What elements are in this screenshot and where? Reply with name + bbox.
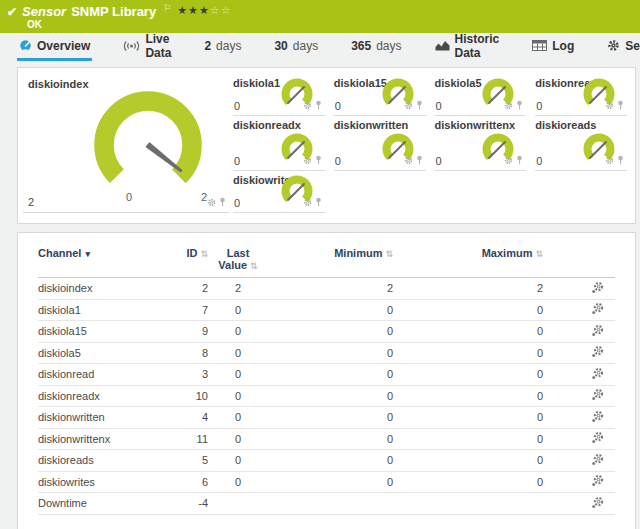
gauge-pin-icon[interactable] bbox=[617, 155, 624, 167]
channel-maximum-cell: 0 bbox=[393, 476, 543, 488]
channel-last-value-cell: 0 bbox=[208, 304, 268, 316]
tab-365-days[interactable]: 365 days bbox=[349, 33, 403, 61]
gauge-settings-gear-icon[interactable] bbox=[207, 197, 216, 209]
channel-name-cell[interactable]: diskiowrites bbox=[38, 476, 168, 488]
tab-log[interactable]: Log bbox=[530, 33, 576, 61]
table-header-row: Channel▾ ID⇅ Last Value⇅ Minimum⇅ Maximu… bbox=[38, 247, 615, 278]
channel-name-cell[interactable]: diskionreadx bbox=[38, 390, 168, 402]
channel-name-cell[interactable]: Downtime bbox=[38, 497, 168, 509]
channel-name-cell[interactable]: diskioreads bbox=[38, 454, 168, 466]
gauge-channel-name: diskionwritten bbox=[334, 119, 426, 131]
channel-settings-gear-icon[interactable] bbox=[591, 345, 605, 358]
gauge-tile-diskionreadx[interactable]: diskionreadx 0 bbox=[233, 117, 325, 171]
channel-last-value-cell: 0 bbox=[208, 325, 268, 337]
tab-historic-data[interactable]: Historic Data bbox=[433, 33, 502, 61]
channel-name-cell[interactable]: diskiola1 bbox=[38, 304, 168, 316]
gauge-settings-gear-icon[interactable] bbox=[303, 155, 312, 167]
tab-suffix: days bbox=[293, 39, 318, 53]
gauge-pin-icon[interactable] bbox=[516, 155, 523, 167]
channel-name-cell[interactable]: diskiola15 bbox=[38, 325, 168, 337]
gauge-tile-diskiola5[interactable]: diskiola5 0 bbox=[435, 75, 527, 116]
channel-id-cell: 2 bbox=[168, 282, 208, 294]
column-header-minimum[interactable]: Minimum⇅ bbox=[268, 247, 393, 272]
channel-maximum-cell: 0 bbox=[393, 454, 543, 466]
gauge-pin-icon[interactable] bbox=[617, 100, 624, 112]
channel-settings-gear-icon[interactable] bbox=[591, 474, 605, 487]
channel-last-value-cell: 0 bbox=[208, 347, 268, 359]
channel-name-cell[interactable]: diskionread bbox=[38, 368, 168, 380]
tab-2-days[interactable]: 2 days bbox=[202, 33, 243, 61]
column-header-last-value[interactable]: Last Value⇅ bbox=[208, 247, 268, 272]
gauge-tile-diskiola15[interactable]: diskiola15 0 bbox=[334, 75, 426, 116]
gauge-pin-icon[interactable] bbox=[416, 100, 423, 112]
tab-live-data[interactable]: Live Data bbox=[121, 33, 173, 61]
gauge-settings-gear-icon[interactable] bbox=[605, 100, 614, 112]
channel-name-cell[interactable]: diskionwritten bbox=[38, 411, 168, 423]
tab-suffix: days bbox=[216, 39, 241, 53]
sort-desc-icon: ▾ bbox=[85, 249, 90, 259]
priority-flag-icon[interactable]: ⚐ bbox=[163, 3, 171, 13]
primary-gauge-tile[interactable]: diskioindex 0 2 2 bbox=[23, 75, 229, 213]
channel-settings-gear-icon[interactable] bbox=[591, 410, 605, 423]
gauge-channel-name: diskionwrittenx bbox=[435, 119, 527, 131]
tab-label: Overview bbox=[37, 39, 90, 53]
status-badge: OK bbox=[27, 19, 630, 30]
table-row-diskiola15: diskiola15 9 0 0 0 bbox=[38, 321, 615, 343]
gauge-settings-gear-icon[interactable] bbox=[504, 155, 513, 167]
column-header-maximum[interactable]: Maximum⇅ bbox=[393, 247, 543, 272]
channel-id-cell: -4 bbox=[168, 497, 208, 509]
channel-minimum-cell: 0 bbox=[268, 476, 393, 488]
channel-maximum-cell: 0 bbox=[393, 390, 543, 402]
gauge-tile-diskioreads[interactable]: diskioreads 0 bbox=[535, 117, 627, 171]
gauge-settings-gear-icon[interactable] bbox=[303, 197, 312, 209]
channel-settings-gear-icon[interactable] bbox=[591, 431, 605, 444]
channel-name-cell[interactable]: diskioindex bbox=[38, 282, 168, 294]
gauge-last-value: 0 bbox=[436, 100, 442, 112]
gauge-settings-gear-icon[interactable] bbox=[303, 100, 312, 112]
channel-last-value-cell: 2 bbox=[208, 282, 268, 294]
channel-name-cell[interactable]: diskiola5 bbox=[38, 347, 168, 359]
gauge-tile-diskionread[interactable]: diskionread 0 bbox=[535, 75, 627, 116]
gauge-pin-icon[interactable] bbox=[315, 100, 322, 112]
gauge-pin-icon[interactable] bbox=[219, 197, 226, 209]
channel-settings-gear-icon[interactable] bbox=[591, 453, 605, 466]
channel-settings-gear-icon[interactable] bbox=[591, 367, 605, 380]
gauge-icon bbox=[19, 39, 32, 52]
channel-minimum-cell: 0 bbox=[268, 325, 393, 337]
tab-30-days[interactable]: 30 days bbox=[272, 33, 320, 61]
gauge-settings-gear-icon[interactable] bbox=[404, 155, 413, 167]
gauge-pin-icon[interactable] bbox=[516, 100, 523, 112]
gauge-tile-diskiola1[interactable]: diskiola1 0 bbox=[233, 75, 325, 116]
channel-settings-gear-icon[interactable] bbox=[591, 302, 605, 315]
table-row-diskionwrittenx: diskionwrittenx 11 0 0 0 bbox=[38, 429, 615, 451]
gauge-tile-diskionwrittenx[interactable]: diskionwrittenx 0 bbox=[435, 117, 527, 171]
channel-settings-gear-icon[interactable] bbox=[591, 281, 605, 294]
channel-settings-gear-icon[interactable] bbox=[591, 496, 605, 509]
channel-settings-gear-icon[interactable] bbox=[591, 324, 605, 337]
channel-settings-gear-icon[interactable] bbox=[591, 388, 605, 401]
tab-overview[interactable]: Overview bbox=[17, 33, 92, 61]
gauge-last-value: 0 bbox=[335, 100, 341, 112]
gauge-pin-icon[interactable] bbox=[416, 155, 423, 167]
gauge-pin-icon[interactable] bbox=[315, 197, 322, 209]
channel-minimum-cell: 0 bbox=[268, 433, 393, 445]
gauge-settings-gear-icon[interactable] bbox=[605, 155, 614, 167]
channel-maximum-cell: 0 bbox=[393, 368, 543, 380]
log-table-icon bbox=[532, 40, 547, 51]
gauge-tile-diskionwritten[interactable]: diskionwritten 0 bbox=[334, 117, 426, 171]
channel-maximum-cell: 0 bbox=[393, 325, 543, 337]
table-row-diskionread: diskionread 3 0 0 0 bbox=[38, 364, 615, 386]
gauge-settings-gear-icon[interactable] bbox=[404, 100, 413, 112]
gauge-scale-min: 0 bbox=[126, 191, 132, 203]
gauge-tile-diskiowrites[interactable]: diskiowrites 0 bbox=[233, 172, 325, 213]
priority-stars[interactable]: ★★★☆☆ bbox=[177, 4, 231, 17]
column-header-id[interactable]: ID⇅ bbox=[168, 247, 208, 272]
tab-settings[interactable]: Settings bbox=[605, 33, 640, 61]
prtg-sensor-page: ✔ Sensor SNMP Library ⚐ ★★★☆☆ OK Overvie… bbox=[0, 0, 640, 529]
column-header-channel[interactable]: Channel▾ bbox=[38, 247, 168, 272]
channel-name-cell[interactable]: diskionwrittenx bbox=[38, 433, 168, 445]
tab-suffix: days bbox=[376, 39, 401, 53]
tab-bar: Overview Live Data 2 days 30 days 365 da… bbox=[0, 33, 640, 61]
gauge-pin-icon[interactable] bbox=[315, 155, 322, 167]
gauge-settings-gear-icon[interactable] bbox=[504, 100, 513, 112]
